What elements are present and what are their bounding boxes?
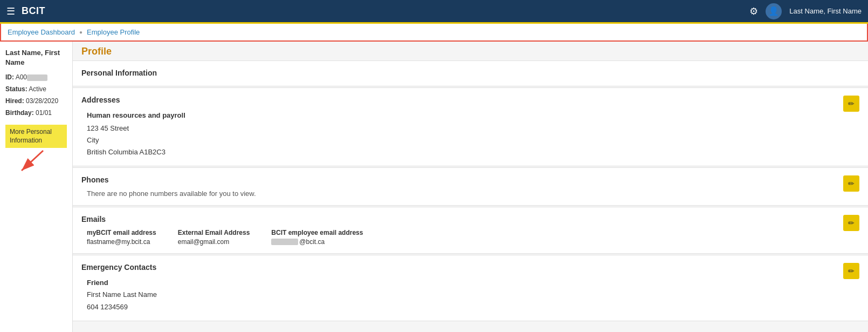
employee-email-label: BCIT employee email address xyxy=(271,229,363,236)
emails-edit-button[interactable]: ✏ xyxy=(843,215,859,231)
employee-email-item: BCIT employee email address @bcit.ca xyxy=(271,229,363,246)
personal-info-section-header: Personal Information xyxy=(73,60,868,86)
emergency-contacts-edit-button[interactable]: ✏ xyxy=(843,263,859,279)
addresses-title: Addresses xyxy=(81,96,859,104)
sidebar-status-value: Active xyxy=(29,85,46,93)
header-left: ☰ BCIT xyxy=(6,5,45,17)
header: ☰ BCIT ⚙ 👤 Last Name, First Name xyxy=(0,0,868,24)
nav-separator: ● xyxy=(79,29,82,35)
address-street: 123 45 Street xyxy=(87,123,859,134)
sidebar-id-redacted xyxy=(27,74,47,81)
employee-email-value: @bcit.ca xyxy=(271,238,363,246)
personal-info-title: Personal Information xyxy=(81,69,859,77)
svg-line-1 xyxy=(22,151,43,171)
sidebar-hired-value: 03/28/2020 xyxy=(26,97,58,105)
red-arrow-indicator xyxy=(11,148,54,175)
header-right: ⚙ 👤 Last Name, First Name xyxy=(749,3,862,19)
nav-employee-dashboard-link[interactable]: Employee Dashboard xyxy=(8,28,75,36)
emails-section: Emails ✏ myBCIT email address flastname@… xyxy=(73,207,868,254)
external-email-item: External Email Address email@gmail.com xyxy=(178,229,250,246)
sidebar-hired-field: Hired: 03/28/2020 xyxy=(5,97,67,106)
settings-icon[interactable]: ⚙ xyxy=(749,5,758,17)
external-email-value: email@gmail.com xyxy=(178,238,250,246)
sidebar-status-label: Status: xyxy=(5,85,27,93)
no-phones-text: There are no phone numbers available for… xyxy=(81,189,859,198)
emergency-name: First Name Last Name xyxy=(87,289,859,301)
sidebar: Last Name, First Name ID: A00 Status: Ac… xyxy=(0,42,73,332)
main-container: Last Name, First Name ID: A00 Status: Ac… xyxy=(0,42,868,332)
emergency-relation: Friend xyxy=(87,277,859,289)
sidebar-id-field: ID: A00 xyxy=(5,73,67,82)
page-title: Profile xyxy=(73,42,868,60)
emergency-contacts-title: Emergency Contacts xyxy=(81,263,859,272)
employee-email-suffix: @bcit.ca xyxy=(299,238,325,246)
sidebar-id-value: A00 xyxy=(16,73,27,81)
sidebar-status-field: Status: Active xyxy=(5,85,67,94)
address-city: City xyxy=(87,134,859,146)
address-org: Human resources and payroll xyxy=(87,110,859,121)
emergency-phone: 604 1234569 xyxy=(87,301,859,313)
external-email-label: External Email Address xyxy=(178,229,250,236)
emails-title: Emails xyxy=(81,215,859,223)
sidebar-hired-label: Hired: xyxy=(5,97,24,105)
addresses-section: Addresses ✏ Human resources and payroll … xyxy=(73,87,868,166)
more-personal-info-button[interactable]: More Personal Information xyxy=(5,125,67,148)
nav-breadcrumb-bar: Employee Dashboard ● Employee Profile xyxy=(0,24,868,42)
phones-edit-button[interactable]: ✏ xyxy=(843,175,859,192)
sidebar-employee-name: Last Name, First Name xyxy=(5,48,67,67)
addresses-edit-button[interactable]: ✏ xyxy=(843,96,859,112)
sidebar-birthday-field: Birthday: 01/01 xyxy=(5,109,67,118)
sidebar-id-label: ID: xyxy=(5,73,14,81)
address-province-postal: British Columbia A1B2C3 xyxy=(87,146,859,158)
mybcit-email-label: myBCIT email address xyxy=(87,229,156,236)
sidebar-birthday-label: Birthday: xyxy=(5,109,34,117)
app-title: BCIT xyxy=(22,5,45,17)
content-area: Profile Personal Information Addresses ✏… xyxy=(73,42,868,332)
sidebar-birthday-value: 01/01 xyxy=(36,109,52,117)
emergency-contacts-section: Emergency Contacts ✏ Friend First Name L… xyxy=(73,255,868,321)
nav-employee-profile-link[interactable]: Employee Profile xyxy=(87,28,140,36)
header-username: Last Name, First Name xyxy=(789,7,862,15)
phones-title: Phones xyxy=(81,175,859,184)
address-block: Human resources and payroll 123 45 Stree… xyxy=(81,110,859,158)
hamburger-menu-icon[interactable]: ☰ xyxy=(6,5,15,17)
mybcit-email-item: myBCIT email address flastname@my.bcit.c… xyxy=(87,229,156,246)
user-avatar-icon[interactable]: 👤 xyxy=(766,3,782,19)
employee-email-redacted xyxy=(271,239,298,245)
emails-grid: myBCIT email address flastname@my.bcit.c… xyxy=(81,229,859,246)
emergency-block: Friend First Name Last Name 604 1234569 xyxy=(81,277,859,313)
mybcit-email-value: flastname@my.bcit.ca xyxy=(87,238,156,246)
phones-section: Phones ✏ There are no phone numbers avai… xyxy=(73,167,868,206)
